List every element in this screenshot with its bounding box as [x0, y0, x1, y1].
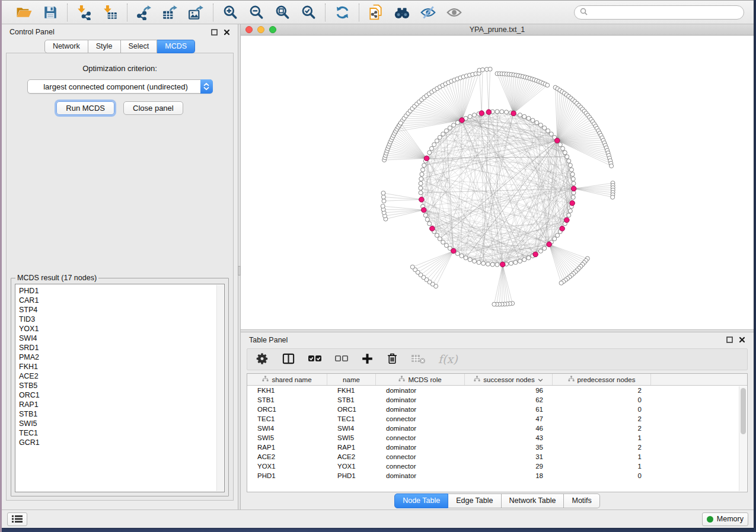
mcds-hub-node[interactable] — [421, 207, 426, 213]
export-table-button[interactable] — [161, 4, 179, 21]
graph-node[interactable] — [570, 172, 575, 177]
mcds-result-item[interactable]: PHD1 — [19, 286, 224, 296]
graph-node[interactable] — [538, 123, 543, 127]
graph-node[interactable] — [522, 114, 527, 118]
zoom-out-button[interactable] — [247, 4, 265, 21]
export-image-button[interactable] — [187, 4, 205, 21]
graph-node[interactable] — [556, 233, 560, 238]
mcds-result-item[interactable]: ORC1 — [19, 390, 224, 400]
window-minimize-icon[interactable] — [257, 26, 264, 33]
tab-motifs[interactable]: Motifs — [564, 493, 599, 508]
mcds-result-item[interactable]: SRD1 — [19, 343, 224, 352]
table-row[interactable]: STB1STB1dominator620 — [247, 395, 747, 405]
graph-node[interactable] — [563, 150, 567, 155]
tab-edge-table[interactable]: Edge Table — [448, 493, 501, 508]
graph-node[interactable] — [505, 110, 509, 114]
tab-network[interactable]: Network — [44, 40, 88, 53]
column-header-successor-nodes[interactable]: successor nodes — [465, 374, 553, 385]
graph-node[interactable] — [531, 118, 535, 123]
table-scrollbar[interactable] — [739, 386, 747, 491]
mcds-hub-node[interactable] — [479, 111, 484, 116]
graph-node[interactable] — [473, 113, 477, 117]
graph-node[interactable] — [419, 191, 423, 195]
graph-node[interactable] — [527, 256, 531, 260]
column-header-shared-name[interactable]: shared name — [247, 374, 327, 385]
graph-node[interactable] — [422, 164, 426, 168]
mcds-result-item[interactable]: STB1 — [19, 409, 224, 419]
graph-node[interactable] — [481, 261, 486, 265]
graph-node[interactable] — [420, 172, 424, 177]
import-table-button[interactable] — [101, 4, 119, 21]
graph-node[interactable] — [567, 213, 571, 217]
mcds-result-item[interactable]: SWI5 — [19, 419, 224, 428]
memory-button[interactable]: Memory — [702, 512, 748, 526]
mcds-result-list[interactable]: PHD1CAR1STP4TID3YOX1SWI4SRD1PMA2FKH1ACE2… — [15, 284, 225, 492]
network-canvas[interactable] — [241, 36, 754, 329]
mcds-result-item[interactable]: STB5 — [19, 381, 224, 390]
mcds-hub-node[interactable] — [547, 242, 552, 247]
graph-node[interactable] — [513, 260, 518, 264]
graph-node[interactable] — [610, 164, 614, 168]
import-network-button[interactable] — [75, 4, 93, 21]
graph-node[interactable] — [538, 249, 543, 253]
tab-style[interactable]: Style — [88, 40, 121, 53]
graph-node[interactable] — [509, 261, 513, 265]
table-row[interactable]: FKH1FKH1dominator962 — [247, 386, 747, 395]
graph-node[interactable] — [444, 243, 448, 248]
tab-network-table[interactable]: Network Table — [502, 493, 564, 508]
graph-node[interactable] — [561, 146, 565, 150]
graph-node[interactable] — [490, 262, 495, 267]
refresh-button[interactable] — [333, 4, 351, 21]
table-close-icon[interactable] — [739, 336, 745, 343]
graph-node[interactable] — [410, 265, 414, 269]
graph-node[interactable] — [568, 164, 572, 168]
table-row[interactable]: SWI4SWI4dominator462 — [247, 424, 747, 433]
graph-node[interactable] — [419, 181, 423, 185]
graph-node[interactable] — [421, 168, 425, 172]
graph-node[interactable] — [381, 195, 385, 199]
window-maximize-icon[interactable] — [269, 26, 276, 33]
mcds-hub-node[interactable] — [533, 252, 538, 257]
mcds-result-item[interactable]: TID3 — [19, 315, 224, 324]
tab-node-table[interactable]: Node Table — [394, 493, 448, 508]
graph-node[interactable] — [546, 129, 550, 133]
graph-node[interactable] — [518, 259, 522, 263]
scrollbar-thumb[interactable] — [741, 388, 746, 434]
export-network-button[interactable] — [135, 4, 153, 21]
add-column-button[interactable] — [361, 352, 374, 367]
graph-node[interactable] — [492, 302, 496, 306]
mcds-hub-node[interactable] — [419, 197, 425, 203]
graph-node[interactable] — [382, 199, 386, 203]
graph-node[interactable] — [546, 83, 550, 87]
graph-node[interactable] — [448, 126, 452, 130]
graph-node[interactable] — [571, 177, 575, 181]
mcds-hub-node[interactable] — [570, 201, 575, 206]
mcds-hub-node[interactable] — [554, 138, 560, 143]
graph-node[interactable] — [495, 110, 499, 114]
gear-button[interactable] — [256, 352, 269, 367]
graph-node[interactable] — [419, 186, 423, 190]
graph-node[interactable] — [572, 181, 576, 185]
graph-node[interactable] — [558, 143, 562, 147]
hide-selected-button[interactable] — [419, 4, 437, 21]
search-network-button[interactable] — [393, 4, 411, 21]
mcds-hub-node[interactable] — [430, 226, 435, 231]
graph-node[interactable] — [423, 213, 428, 217]
mcds-hub-node[interactable] — [511, 111, 516, 116]
mcds-hub-node[interactable] — [451, 248, 457, 254]
graph-node[interactable] — [438, 135, 442, 139]
table-row[interactable]: RAP1RAP1dominator352 — [247, 443, 747, 452]
graph-node[interactable] — [444, 129, 448, 133]
graph-node[interactable] — [464, 256, 468, 260]
graph-node[interactable] — [398, 121, 403, 125]
graph-node[interactable] — [468, 114, 472, 118]
mcds-hub-node[interactable] — [560, 226, 565, 231]
table-row[interactable]: ORC1ORC1dominator610 — [247, 405, 747, 414]
search-input[interactable] — [591, 8, 738, 17]
graph-node[interactable] — [480, 68, 484, 72]
graph-node[interactable] — [569, 168, 573, 172]
network-file-button[interactable] — [367, 4, 385, 21]
graph-node[interactable] — [460, 254, 464, 258]
graph-node[interactable] — [611, 195, 615, 199]
graph-node[interactable] — [543, 246, 547, 251]
